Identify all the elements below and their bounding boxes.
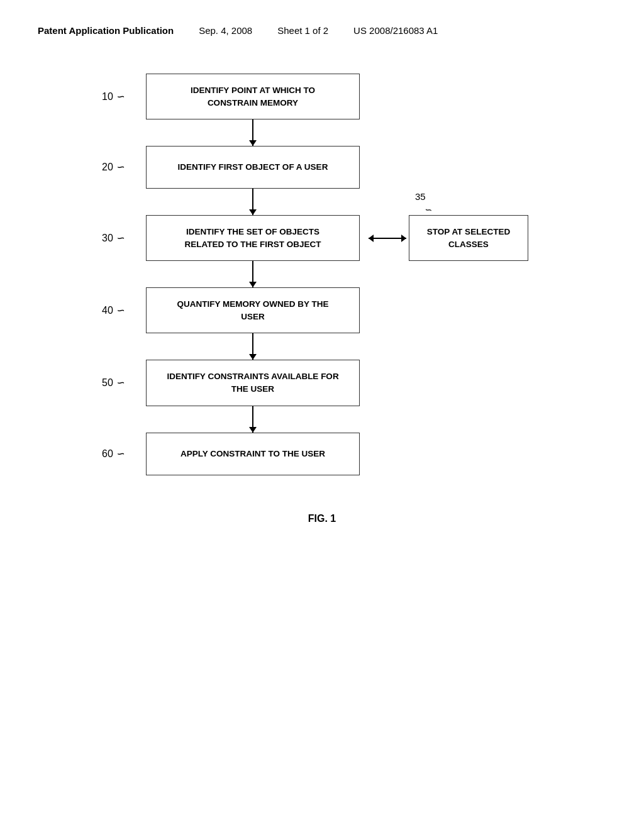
v-line-20-30 [252,189,253,215]
step-35-box: STOP AT SELECTEDCLASSES [409,215,528,261]
arrow-50-60-line [146,406,360,433]
arrow-40-50 [146,333,542,360]
step-30-curl: ~ [117,232,125,245]
step-50-num: 50 [102,377,113,389]
arrow-20-30 [146,189,542,215]
step-10-row: 10 ~ IDENTIFY POINT AT WHICH TOCONSTRAIN… [102,74,542,119]
arrow-40-50-line [146,333,360,360]
step-20-curl: ~ [117,161,125,174]
step-60-curl: ~ [117,448,125,460]
arrow-50-60 [146,406,542,433]
step-10-curl: ~ [117,91,125,103]
header: Patent Application Publication Sep. 4, 2… [38,25,606,36]
arrow-30-40-line [146,261,360,287]
step-40-label: 40 ~ [102,304,146,317]
step-60-row: 60 ~ APPLY CONSTRAINT TO THE USER [102,433,542,475]
step-40-curl: ~ [117,304,125,317]
step-60-label: 60 ~ [102,448,146,460]
step-20-row: 20 ~ IDENTIFY FIRST OBJECT OF A USER [102,146,542,189]
step-50-row: 50 ~ IDENTIFY CONSTRAINTS AVAILABLE FORT… [102,360,542,406]
publication-date: Sep. 4, 2008 [199,25,252,36]
step-20-label: 20 ~ [102,161,146,174]
patent-number: US 2008/216083 A1 [353,25,438,36]
side-box-area: 35 ~ STOP AT SELECTEDCLASSES [366,215,528,261]
v-line-50-60 [252,406,253,433]
v-line-40-50 [252,333,253,360]
step-30-label: 30 ~ [102,232,146,245]
step-50-curl: ~ [117,377,125,389]
step-10-box: IDENTIFY POINT AT WHICH TOCONSTRAIN MEMO… [146,74,360,119]
page: Patent Application Publication Sep. 4, 2… [0,0,644,830]
double-arrow [369,238,406,239]
step-30-container: 30 ~ IDENTIFY THE SET OF OBJECTSRELATED … [102,215,542,261]
arrow-10-20-line [146,119,360,146]
flowchart: 10 ~ IDENTIFY POINT AT WHICH TOCONSTRAIN… [102,74,542,475]
figure-label: FIG. 1 [38,513,606,524]
step-20-box: IDENTIFY FIRST OBJECT OF A USER [146,146,360,189]
step-40-num: 40 [102,305,113,316]
step-30-row: 30 ~ IDENTIFY THE SET OF OBJECTSRELATED … [102,215,542,261]
step-40-box: QUANTIFY MEMORY OWNED BY THEUSER [146,287,360,333]
step-50-box: IDENTIFY CONSTRAINTS AVAILABLE FORTHE US… [146,360,360,406]
step-50-label: 50 ~ [102,377,146,389]
step-30-box: IDENTIFY THE SET OF OBJECTSRELATED TO TH… [146,215,360,261]
v-line-10-20 [252,119,253,146]
step-60-num: 60 [102,448,113,460]
step-10-num: 10 [102,91,113,102]
side-box-wrapper: 35 ~ STOP AT SELECTEDCLASSES [409,215,528,261]
arrow-30-40 [146,261,542,287]
v-line-30-40 [252,261,253,287]
sheet-info: Sheet 1 of 2 [277,25,328,36]
step-20-num: 20 [102,162,113,173]
step-40-row: 40 ~ QUANTIFY MEMORY OWNED BY THEUSER [102,287,542,333]
step-30-num: 30 [102,233,113,244]
step-60-box: APPLY CONSTRAINT TO THE USER [146,433,360,475]
arrow-10-20 [146,119,542,146]
arrow-20-30-line [146,189,360,215]
step-10-label: 10 ~ [102,91,146,103]
step-35-num-label: 35 [415,191,426,202]
publication-label: Patent Application Publication [38,25,174,36]
